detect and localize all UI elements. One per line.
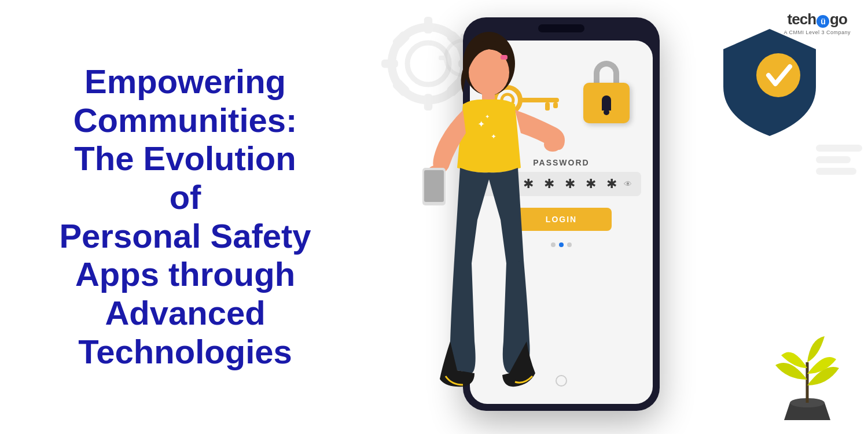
svg-text:✦: ✦ (477, 119, 485, 129)
eye-icon: 👁 (624, 179, 635, 189)
title-line6: Apps through (35, 256, 336, 295)
person-figure: ✦ ✦ ✦ (399, 17, 573, 422)
svg-rect-37 (424, 170, 444, 202)
svg-point-34 (544, 138, 561, 152)
title-line4: of (35, 178, 336, 217)
title-line2: Communities: (35, 101, 336, 140)
shield-container (718, 23, 822, 141)
plant-icon (764, 304, 851, 420)
title-line5: Personal Safety (35, 217, 336, 256)
title-line7: Advanced (35, 294, 336, 333)
padlock-keyhole (602, 95, 611, 111)
svg-rect-4 (381, 60, 398, 68)
illustration-area: ‹ (347, 0, 868, 434)
svg-text:✦: ✦ (491, 133, 496, 141)
shield-icon (718, 23, 822, 139)
hero-text-block: Empowering Communities: The Evolution of… (35, 62, 336, 372)
decorative-lines (816, 145, 862, 175)
deco-card-2 (816, 156, 851, 163)
svg-text:✦: ✦ (485, 113, 490, 120)
svg-point-21 (756, 53, 800, 97)
title-line1: Empowering (35, 62, 336, 101)
deco-card-1 (816, 145, 862, 152)
main-title: Empowering Communities: The Evolution of… (35, 62, 336, 372)
padlock-body (583, 83, 630, 123)
title-line8: Technologies (35, 333, 336, 372)
title-line3: The Evolution (35, 140, 336, 179)
plant-container (764, 304, 851, 422)
padlock (583, 83, 630, 123)
deco-card-3 (816, 168, 856, 175)
svg-rect-29 (501, 55, 507, 60)
